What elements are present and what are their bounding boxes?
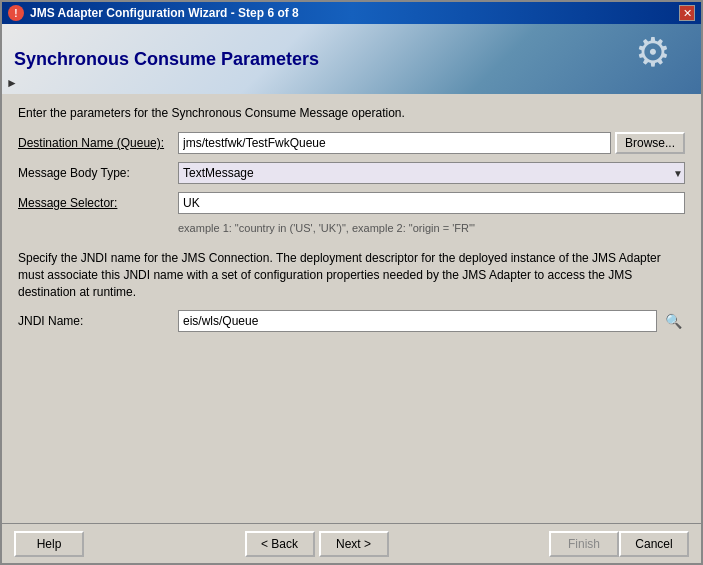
jndi-input[interactable] (178, 310, 657, 332)
content-area: Enter the parameters for the Synchronous… (2, 94, 701, 523)
next-button[interactable]: Next > (319, 531, 389, 557)
body-type-select-wrapper: TextMessage ▼ (178, 162, 685, 184)
page-title: Synchronous Consume Parameters (14, 49, 319, 70)
selector-row: Message Selector: (18, 192, 685, 214)
jndi-section: Specify the JNDI name for the JMS Connec… (18, 250, 685, 340)
finish-button[interactable]: Finish (549, 531, 619, 557)
footer: Help < Back Next > Finish Cancel (2, 523, 701, 563)
gear-icon: ⚙ (635, 29, 671, 75)
selector-label: Message Selector: (18, 196, 178, 210)
destination-label: Destination Name (Queue): (18, 136, 178, 150)
title-bar-left: ! JMS Adapter Configuration Wizard - Ste… (8, 5, 299, 21)
body-type-label: Message Body Type: (18, 166, 178, 180)
destination-row: Destination Name (Queue): Browse... (18, 132, 685, 154)
app-icon: ! (8, 5, 24, 21)
title-bar: ! JMS Adapter Configuration Wizard - Ste… (2, 2, 701, 24)
help-button[interactable]: Help (14, 531, 84, 557)
jndi-label: JNDI Name: (18, 314, 178, 328)
selector-input[interactable] (178, 192, 685, 214)
close-button[interactable]: ✕ (679, 5, 695, 21)
close-icon: ✕ (683, 7, 692, 20)
search-icon: 🔍 (665, 313, 682, 329)
footer-right: Finish Cancel (549, 531, 689, 557)
arrow-icon: ► (6, 76, 18, 90)
cancel-button[interactable]: Cancel (619, 531, 689, 557)
example-text: example 1: "country in ('US', 'UK')", ex… (178, 222, 685, 234)
intro-text: Enter the parameters for the Synchronous… (18, 106, 685, 120)
body-type-select[interactable]: TextMessage (178, 162, 685, 184)
jndi-row: JNDI Name: 🔍 (18, 310, 685, 332)
footer-center: < Back Next > (245, 531, 389, 557)
destination-input[interactable] (178, 132, 611, 154)
window-title: JMS Adapter Configuration Wizard - Step … (30, 6, 299, 20)
footer-left: Help (14, 531, 84, 557)
browse-button[interactable]: Browse... (615, 132, 685, 154)
jndi-description: Specify the JNDI name for the JMS Connec… (18, 250, 685, 300)
main-window: ! JMS Adapter Configuration Wizard - Ste… (0, 0, 703, 565)
header-banner: ► Synchronous Consume Parameters ⚙ (2, 24, 701, 94)
body-type-row: Message Body Type: TextMessage ▼ (18, 162, 685, 184)
jndi-search-button[interactable]: 🔍 (661, 310, 685, 332)
back-button[interactable]: < Back (245, 531, 315, 557)
